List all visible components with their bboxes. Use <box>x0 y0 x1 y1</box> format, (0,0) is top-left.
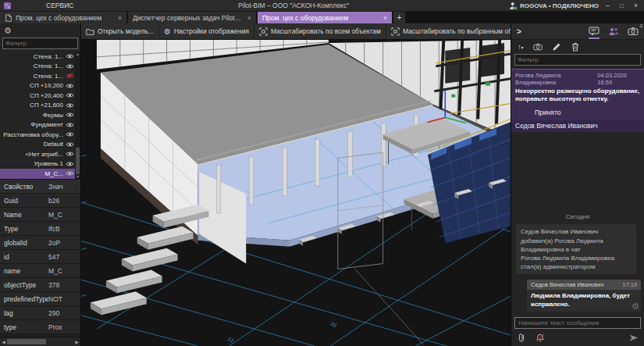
tree-item-label: М_С... <box>44 170 63 177</box>
visibility-eye-icon[interactable] <box>66 141 74 148</box>
horizontal-scrollbar[interactable]: ◀ ▶ <box>0 337 80 346</box>
gear-icon[interactable]: ⚙ <box>4 27 12 35</box>
tree-filter-input[interactable] <box>2 37 78 49</box>
tab-close-icon[interactable]: × <box>244 14 251 22</box>
notifications-off-button[interactable] <box>535 333 545 343</box>
annotation-card[interactable]: Рогова Людмила Владимировна 04.03.2020 1… <box>511 69 644 132</box>
scroll-left-arrow[interactable]: ◀ <box>0 339 7 344</box>
visibility-eye-off-icon[interactable] <box>66 73 74 79</box>
tab-server-tasks[interactable]: Диспетчер серверных задач Pilot-BIM × <box>128 12 256 23</box>
chat-view-button[interactable] <box>589 27 600 36</box>
visibility-eye-icon[interactable] <box>66 112 74 118</box>
property-row: objectType378 <box>0 278 80 292</box>
tree-item-label: Стена: 1... <box>34 62 63 70</box>
minimize-button[interactable]: – <box>603 1 613 11</box>
visibility-eye-icon[interactable] <box>66 63 74 70</box>
tab-label: Пром. цех с оборудованием <box>16 14 101 22</box>
tree-item-label: Фундамент <box>30 121 63 128</box>
close-button[interactable]: × <box>631 1 641 11</box>
model-tree-panel: ⚙ Стена: 1... Стена: 1... Стена: 1... СП… <box>0 23 81 346</box>
message-input[interactable] <box>514 317 641 329</box>
zoom-frame-icon <box>259 27 268 36</box>
pilot-bim-window: СЕРВИС Pilot-BIM – ООО "АСКОН-Комплекс" … <box>0 0 644 346</box>
zoom-all-button[interactable]: Масштабировать по всем объектам <box>254 23 386 39</box>
snapshot-camera-button[interactable] <box>533 42 543 52</box>
tree-item[interactable]: СП +19,200 <box>0 81 75 91</box>
tree-item[interactable]: СП +20,400 <box>0 91 75 101</box>
visibility-eye-icon[interactable] <box>66 102 74 109</box>
new-tab-button[interactable]: + <box>393 12 405 23</box>
tree-item[interactable]: Уровень 1 <box>0 159 75 169</box>
viewport-toolbar: Открыть модель... ⚙ Настройки отображени… <box>81 23 511 40</box>
tree-item-label: <Нет атриб... <box>25 151 63 158</box>
attach-file-button[interactable] <box>517 333 526 343</box>
3d-viewport[interactable]: 10 12 <box>81 40 511 346</box>
prop-header-value: Знач <box>48 183 80 191</box>
gear-icon: ⚙ <box>164 27 171 36</box>
user-status[interactable]: ROGOVA • ПОДКЛЮЧЕНО <box>509 2 599 10</box>
tab-close-icon[interactable]: × <box>380 14 387 22</box>
participants-view-button[interactable] <box>608 27 619 36</box>
tree-item[interactable]: Стена: 1... <box>0 52 75 62</box>
menu-service[interactable]: СЕРВИС <box>15 2 78 9</box>
tab-bar: Пром. цех с оборудованием × Диспетчер се… <box>0 12 644 23</box>
window-title: Pilot-BIM – ООО "АСКОН-Комплекс" <box>81 2 506 9</box>
message-author: Седов Вячеслав Иванович <box>531 281 603 288</box>
edit-pencil-button[interactable] <box>552 42 561 52</box>
pending-clock-icon <box>632 303 639 309</box>
tree-item[interactable]: Стена: 1... <box>0 71 75 81</box>
property-row: tag290 <box>0 306 80 320</box>
sort-button[interactable]: ↑▾ <box>518 43 524 51</box>
scrollbar-thumb[interactable] <box>76 148 80 174</box>
annotation-author: Рогова Людмила Владимировна <box>515 72 597 86</box>
scroll-up-arrow[interactable]: ▲ <box>76 52 80 56</box>
tree-item-selected[interactable]: М_С... <box>0 169 75 179</box>
property-row: nameM_C <box>0 264 80 278</box>
scroll-right-arrow[interactable]: ▶ <box>73 339 80 344</box>
tree-item[interactable]: Стена: 1... <box>0 62 75 72</box>
tree-item-label: Расстановка обору... <box>3 131 63 138</box>
visibility-eye-icon[interactable] <box>66 83 74 89</box>
tab-close-icon[interactable]: × <box>115 14 122 22</box>
annotation-text: Некорректно размещено оборудование, попр… <box>511 86 644 104</box>
property-row: id547 <box>0 250 80 264</box>
visibility-eye-icon[interactable] <box>66 122 74 128</box>
annotation-filter-input[interactable] <box>514 54 641 66</box>
visibility-eye-icon[interactable] <box>66 161 74 167</box>
folder-icon <box>86 27 94 36</box>
scrollbar-thumb[interactable] <box>7 339 46 344</box>
message-time: 17:19 <box>622 281 637 288</box>
visibility-eye-icon[interactable] <box>66 53 74 59</box>
open-model-button[interactable]: Открыть модель... <box>81 23 159 39</box>
maximize-button[interactable]: □ <box>617 1 627 11</box>
display-settings-button[interactable]: ⚙ Настройки отображения <box>159 23 254 39</box>
camera-icon <box>628 27 639 36</box>
visibility-eye-icon[interactable] <box>66 170 74 177</box>
prop-header-name: Свойство <box>0 183 48 191</box>
tree-item[interactable]: СП +21,600 <box>0 101 75 111</box>
chat-panel-icon <box>589 27 600 36</box>
visibility-eye-icon[interactable] <box>66 151 74 157</box>
send-message-button[interactable] <box>629 333 639 343</box>
tab-prom-ceh-2-active[interactable]: Пром. цех с оборудованием × <box>258 12 392 23</box>
tree-item-label: Default <box>44 141 63 148</box>
tree-item[interactable]: Default <box>0 140 75 150</box>
tree-item-label: Фермы <box>43 112 63 119</box>
property-row: globalId2oP <box>0 236 80 250</box>
titlebar: СЕРВИС Pilot-BIM – ООО "АСКОН-Комплекс" … <box>0 0 644 12</box>
tree-item[interactable]: Фермы <box>0 110 75 120</box>
tab-prom-ceh-1[interactable]: Пром. цех с оборудованием × <box>0 12 126 23</box>
visibility-eye-icon[interactable] <box>66 131 74 137</box>
tree-item[interactable]: Фундамент <box>0 120 75 130</box>
tree-item[interactable]: <Нет атриб... <box>0 149 75 159</box>
tree-item-label: Стена: 1... <box>34 53 63 60</box>
visibility-eye-icon[interactable] <box>66 92 74 98</box>
delete-trash-button[interactable] <box>571 42 580 52</box>
property-row: TypeIfcB <box>0 222 80 236</box>
model-tree: Стена: 1... Стена: 1... Стена: 1... СП +… <box>0 52 80 179</box>
tree-item[interactable]: Расстановка обору... <box>0 130 75 140</box>
snapshots-view-button[interactable]: 2 <box>628 27 639 36</box>
tree-vertical-scrollbar[interactable]: ▲ ▼ <box>75 52 80 179</box>
panel-collapse-arrow[interactable]: > <box>517 27 521 36</box>
user-online-icon <box>509 2 518 10</box>
